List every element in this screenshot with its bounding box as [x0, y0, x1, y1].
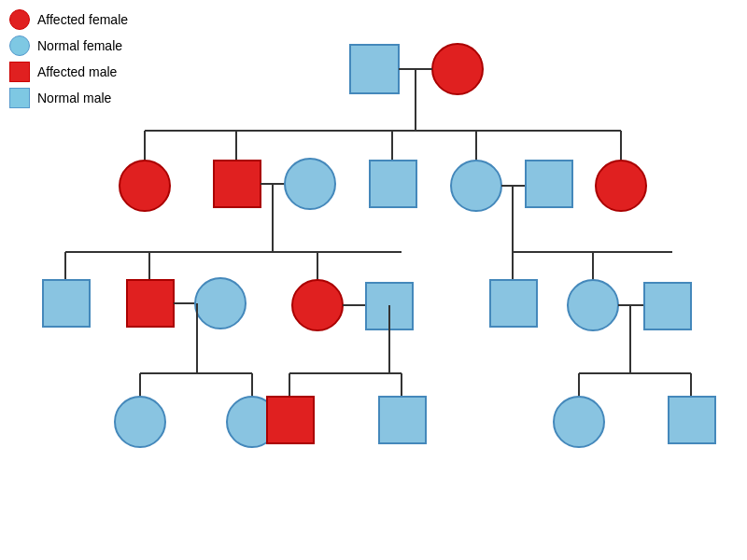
gen3-female-normal-2 [568, 280, 618, 330]
gen3-male-normal-4 [644, 283, 691, 329]
gen3-male-normal-1 [43, 280, 90, 327]
gen2-male-affected [214, 161, 261, 207]
gen4-male-normal-1 [379, 397, 426, 443]
gen1-female-affected [432, 44, 483, 94]
gen4-male-normal-2 [669, 397, 715, 443]
gen2-female-affected [120, 161, 170, 211]
gen2-female-affected-2 [596, 161, 646, 211]
gen3-male-affected [127, 280, 174, 327]
pedigree-chart [0, 0, 747, 560]
gen2-female-normal-1 [285, 159, 335, 209]
gen4-male-affected [267, 397, 314, 443]
gen2-male-normal-2 [526, 161, 572, 207]
gen4-female-normal-1 [115, 397, 165, 447]
gen2-female-normal-2 [451, 161, 501, 211]
gen3-female-normal-1 [195, 278, 246, 329]
gen3-male-normal-3 [490, 280, 537, 327]
gen3-female-affected [292, 280, 343, 330]
gen4-female-normal-3 [554, 397, 604, 447]
gen1-male-normal [350, 45, 399, 93]
gen2-male-normal-1 [370, 161, 416, 207]
